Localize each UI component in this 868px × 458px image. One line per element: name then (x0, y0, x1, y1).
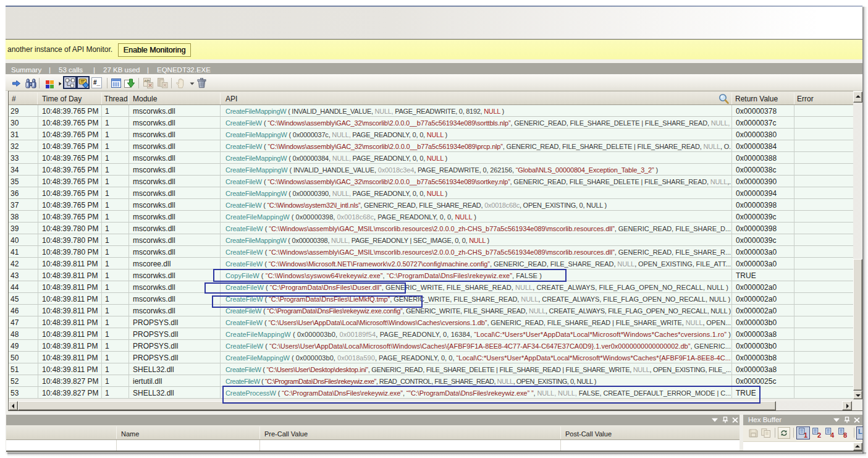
svg-text:API: API (144, 79, 150, 83)
